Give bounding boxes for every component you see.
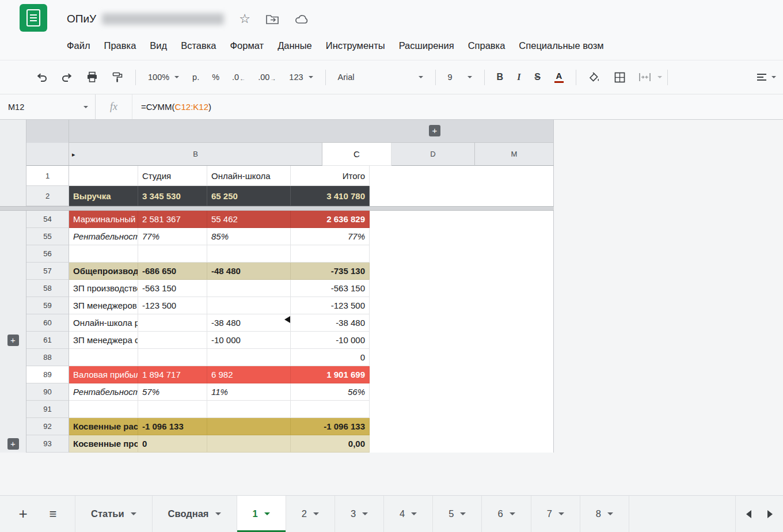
row-header-88[interactable]: 88 — [26, 349, 69, 366]
menu-item-3[interactable]: Вид — [143, 40, 174, 51]
move-to-folder-icon[interactable] — [265, 14, 279, 25]
row-header-93[interactable]: 93 — [26, 435, 69, 453]
cell-M55[interactable]: 77% — [291, 228, 370, 245]
column-header-M[interactable]: M — [475, 143, 554, 166]
cell-B88[interactable] — [69, 349, 138, 366]
cell-D2[interactable]: 65 250 — [207, 186, 291, 206]
fill-color-icon[interactable] — [587, 71, 601, 83]
menu-item-1[interactable]: Файл — [60, 40, 97, 51]
sheet-tab-Статьи[interactable]: Статьи — [75, 496, 153, 532]
formula-input[interactable]: =СУММ(C12:K12) — [132, 94, 211, 119]
cell-B92[interactable]: Косвенные расходы — [69, 418, 138, 435]
cell-B55[interactable]: Рентабельность по марже, % — [69, 228, 138, 245]
strikethrough-button[interactable]: S — [534, 72, 541, 82]
merge-cells-icon[interactable] — [638, 72, 652, 82]
column-header-B[interactable]: ▸ B — [69, 143, 322, 166]
tab-menu-caret-icon[interactable] — [313, 512, 319, 515]
add-sheet-button[interactable]: + — [8, 496, 38, 532]
cell-C56[interactable] — [138, 245, 207, 263]
document-title[interactable]: ОПиУ — [67, 13, 96, 25]
cell-D90[interactable]: 11% — [207, 383, 291, 401]
font-select[interactable]: Arial — [338, 73, 423, 82]
menu-item-7[interactable]: Инструменты — [319, 40, 392, 51]
undo-icon[interactable] — [35, 71, 48, 83]
decrease-decimal-button[interactable]: .0← — [232, 73, 245, 82]
cell-B56[interactable] — [69, 245, 138, 263]
merge-cells-caret[interactable] — [657, 76, 662, 78]
cell-B2[interactable]: Выручка — [69, 186, 138, 206]
zoom-select[interactable]: 100% — [148, 73, 179, 82]
column-header-D[interactable]: D — [391, 143, 475, 166]
cell-B91[interactable] — [69, 401, 138, 418]
row-header-60[interactable]: 60 — [26, 314, 69, 332]
row-header-90[interactable]: 90 — [26, 383, 69, 401]
cell-B57[interactable]: Общепроизводственные — [69, 263, 138, 280]
cell-D59[interactable] — [207, 297, 291, 314]
cell-C55[interactable]: 77% — [138, 228, 207, 245]
row-header-89[interactable]: 89 — [26, 366, 69, 383]
cell-D92[interactable] — [207, 418, 291, 435]
cell-M93[interactable]: 0,00 — [291, 435, 370, 453]
cell-C60[interactable] — [138, 314, 207, 332]
cell-C59[interactable]: -123 500 — [138, 297, 207, 314]
cell-B90[interactable]: Рентабельность по валовой прибыли, % — [69, 383, 138, 401]
cell-B59[interactable]: ЗП менеджеров проекта — [69, 297, 138, 314]
cell-D1[interactable]: Онлайн-школа — [207, 166, 291, 186]
row-header-58[interactable]: 58 — [26, 280, 69, 297]
sheets-logo-icon[interactable] — [20, 4, 47, 32]
row-header-91[interactable]: 91 — [26, 401, 69, 418]
menu-item-8[interactable]: Расширения — [392, 40, 461, 51]
cell-C1[interactable]: Студия — [138, 166, 207, 186]
currency-format-button[interactable]: р. — [192, 73, 199, 82]
borders-icon[interactable] — [613, 72, 626, 83]
menu-item-2[interactable]: Правка — [97, 40, 143, 51]
cell-D60[interactable]: -38 480 — [207, 314, 291, 332]
cell-C92[interactable]: -1 096 133 — [138, 418, 207, 435]
cell-D88[interactable] — [207, 349, 291, 366]
sheet-tab-8[interactable]: 8 — [580, 496, 629, 532]
cell-D58[interactable] — [207, 280, 291, 297]
name-box[interactable]: M12 — [0, 94, 96, 119]
sheet-tab-2[interactable]: 2 — [286, 496, 335, 532]
row-header-55[interactable]: 55 — [26, 228, 69, 245]
row-header-92[interactable]: 92 — [26, 418, 69, 435]
paint-format-icon[interactable] — [111, 71, 124, 83]
cell-M91[interactable] — [291, 401, 370, 418]
cell-B89[interactable]: Валовая прибыль — [69, 366, 138, 383]
tab-menu-caret-icon[interactable] — [460, 512, 466, 515]
row-header-59[interactable]: 59 — [26, 297, 69, 314]
tab-menu-caret-icon[interactable] — [510, 512, 515, 515]
cell-M1[interactable]: Итого — [291, 166, 370, 186]
cell-C2[interactable]: 3 345 530 — [138, 186, 207, 206]
cell-D57[interactable]: -48 480 — [207, 263, 291, 280]
cell-B1[interactable] — [69, 166, 138, 186]
scroll-tabs-left-icon[interactable] — [746, 510, 751, 518]
percent-format-button[interactable]: % — [212, 73, 219, 82]
horizontal-align-menu[interactable] — [757, 73, 783, 82]
cell-M61[interactable]: -10 000 — [291, 332, 370, 349]
tab-menu-caret-icon[interactable] — [558, 512, 564, 515]
cell-D91[interactable] — [207, 401, 291, 418]
row-header-1[interactable]: 1 — [26, 166, 69, 186]
star-icon[interactable]: ☆ — [239, 13, 250, 25]
cell-B58[interactable]: ЗП производственного персонала — [69, 280, 138, 297]
text-color-button[interactable]: A — [554, 71, 564, 83]
sheet-tab-6[interactable]: 6 — [482, 496, 531, 532]
menu-item-5[interactable]: Формат — [223, 40, 271, 51]
cell-B54[interactable]: Маржинальный доход — [69, 211, 138, 228]
tab-menu-caret-icon[interactable] — [607, 512, 613, 515]
menu-item-9[interactable]: Справка — [461, 40, 512, 51]
row-header-57[interactable]: 57 — [26, 263, 69, 280]
cell-D55[interactable]: 85% — [207, 228, 291, 245]
column-group-expand-button[interactable]: + — [429, 125, 440, 136]
cell-M90[interactable]: 56% — [291, 383, 370, 401]
cell-C54[interactable]: 2 581 367 — [138, 211, 207, 228]
sheet-tab-7[interactable]: 7 — [531, 496, 580, 532]
tab-menu-caret-icon[interactable] — [215, 512, 221, 515]
cell-B60[interactable]: Онлайн-школа расходы — [69, 314, 138, 332]
bold-button[interactable]: B — [497, 72, 504, 82]
font-size-select[interactable]: 9 — [448, 73, 472, 82]
scroll-tabs-right-icon[interactable] — [767, 510, 773, 518]
tab-menu-caret-icon[interactable] — [131, 512, 136, 515]
select-all-corner[interactable] — [26, 143, 69, 166]
